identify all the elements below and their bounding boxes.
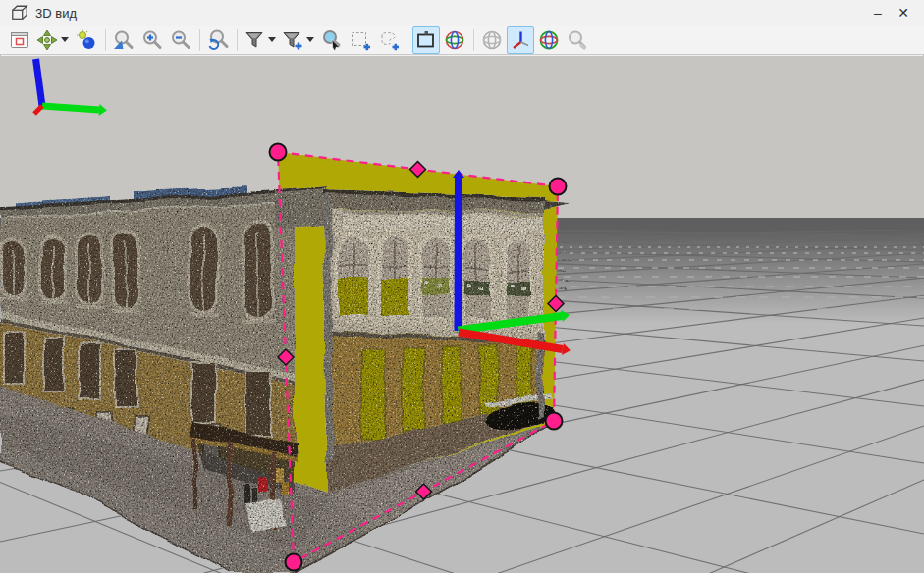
toolbar-separator [105,29,106,51]
toolbar-separator [473,29,474,51]
window-title: 3D вид [35,6,77,21]
dropdown-caret-icon[interactable] [268,37,276,42]
zoom-in-icon [140,28,164,52]
viewport-3d[interactable] [0,56,924,573]
zoom-select-icon [320,28,344,52]
cube-3d-icon [10,4,29,22]
toolbar-button-zoom-out[interactable] [167,26,194,54]
axis-y-corner [42,106,99,110]
zoom-refresh-icon [206,28,230,52]
zoom-out-icon [169,28,192,52]
lasso-select-add-icon [377,28,401,52]
toolbar-button-add-lasso-selection[interactable] [375,26,403,54]
toolbar-button-orbit-sphere-locked [478,26,506,54]
toolbar-button-orbit-sphere[interactable] [441,26,468,54]
toolbar-button-zoom-tool-locked [564,26,591,54]
toolbar-button-filter-add[interactable] [280,26,317,54]
toolbar-button-point-display[interactable] [73,26,100,54]
viewport-window-icon [8,28,31,52]
sphere-rgb2-icon [537,28,561,52]
dropdown-caret-icon[interactable] [61,37,69,42]
point-symbol-icon [75,28,98,52]
sphere-gray-icon [480,28,504,52]
title-bar[interactable]: 3D вид – ✕ [0,0,924,26]
toolbar-button-zoom-refresh[interactable] [204,26,232,54]
toolbar-button-section-plane-mode[interactable] [412,26,440,54]
toolbar-separator [237,29,238,51]
filter-add-icon [281,28,304,52]
sphere-rgb-icon [443,28,466,52]
zoom-extents-icon [112,28,136,52]
plane-corner-handle[interactable] [286,554,302,571]
toolbar-button-zoom-in[interactable] [138,26,166,54]
toolbar [0,26,924,55]
dropdown-caret-icon[interactable] [306,37,314,42]
plane-corner-handle[interactable] [270,144,287,161]
toolbar-button-viewport-settings[interactable] [6,26,33,54]
toolbar-button-axis-view-mode[interactable] [507,26,534,54]
minimize-button[interactable]: – [867,3,889,23]
toolbar-button-zoom-extents[interactable] [110,26,137,54]
plane-corner-handle[interactable] [546,413,563,430]
toolbar-separator [199,29,200,51]
filter-icon [243,28,266,52]
toolbar-button-filter[interactable] [242,26,279,54]
toolbar-button-select-zoom-region[interactable] [318,26,346,54]
toolbar-button-orbit-sphere-free[interactable] [535,26,563,54]
section-plane-icon [414,28,438,52]
toolbar-button-navigation-mode[interactable] [34,26,72,54]
axis-z-center [459,178,460,331]
plane-corner-handle[interactable] [550,179,567,195]
axis-view-icon [509,28,532,52]
close-button[interactable]: ✕ [893,3,914,23]
zoom-tool-gray-icon [566,28,589,52]
toolbar-button-add-rect-selection[interactable] [347,26,374,54]
orbit-compass-icon [35,28,59,52]
toolbar-separator [408,29,408,51]
3d-view-window: 3D вид – ✕ [0,0,924,573]
rect-select-add-icon [349,28,372,52]
